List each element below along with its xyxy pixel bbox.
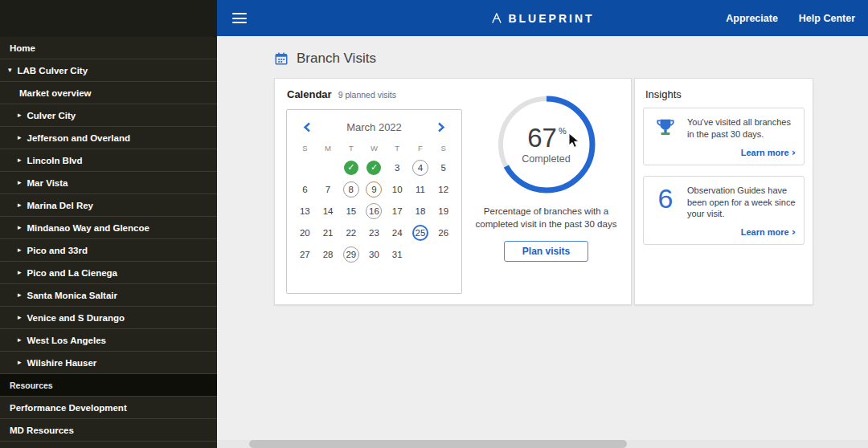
calendar-day-28[interactable]: 28	[317, 243, 340, 265]
chevron-right-icon: ▸	[18, 314, 22, 321]
calendar-day-3[interactable]: 3	[386, 157, 409, 178]
sidebar-header	[0, 0, 217, 37]
learn-more-link[interactable]: Learn more›	[687, 226, 796, 238]
calendar-day-18[interactable]: 18	[409, 200, 432, 222]
insight-item-2: 6Observation Guides have been open for a…	[643, 176, 805, 246]
chevron-right-icon: ▸	[18, 134, 22, 141]
cards-row: Calendar 9 planned visits March 2022	[274, 78, 813, 305]
chevron-right-icon: ▸	[18, 202, 22, 209]
insights-card: Insights You've visited all branches in …	[634, 78, 813, 305]
calendar-day-2[interactable]: ✓	[362, 157, 386, 178]
calendar-day-headers: SMTWTFS	[293, 139, 455, 157]
insight-text: You've visited all branches in the past …	[687, 116, 796, 141]
calendar-day-25[interactable]: 25	[409, 222, 432, 243]
next-month-button[interactable]	[437, 122, 445, 132]
sidebar-item-santa-monica-saltair[interactable]: ▸Santa Monica Saltair	[0, 284, 217, 307]
brand-name: BLUEPRINT	[508, 12, 594, 25]
calendar-day-23[interactable]: 23	[362, 222, 386, 243]
learn-more-link[interactable]: Learn more›	[687, 146, 796, 158]
marked-day-circle: 9	[366, 181, 382, 198]
marked-day-circle: 29	[343, 246, 359, 263]
calendar-day-27[interactable]: 27	[293, 243, 317, 265]
brand-logo[interactable]: BLUEPRINT	[490, 12, 594, 25]
insight-text: Observation Guides have been open for a …	[687, 185, 796, 221]
calendar-day-14[interactable]: 14	[317, 200, 340, 222]
calendar-day-9[interactable]: 9	[362, 178, 386, 200]
chevron-right-icon: ▸	[18, 336, 22, 344]
calendar-day-24[interactable]: 24	[386, 222, 409, 243]
calendar-day-31[interactable]: 31	[386, 243, 409, 265]
sidebar-item-lincoln-blvd[interactable]: ▸Lincoln Blvd	[0, 149, 217, 172]
calendar-day-19[interactable]: 19	[432, 200, 455, 222]
chevron-right-icon: ▸	[18, 246, 22, 254]
trophy-icon	[655, 116, 676, 138]
chevron-right-icon: ›	[792, 146, 796, 158]
planned-visits-count: 9 planned visits	[338, 90, 396, 100]
chevron-right-icon	[437, 122, 445, 132]
calendar-day-20[interactable]: 20	[293, 222, 317, 243]
calendar-card-title: Calendar	[287, 88, 332, 100]
calendar-day-5[interactable]: 5	[432, 157, 455, 178]
sidebar-item-mar-vista[interactable]: ▸Mar Vista	[0, 172, 217, 194]
sidebar-item-resources[interactable]: Resources	[0, 374, 217, 397]
calendar-day-8[interactable]: 8	[339, 178, 362, 200]
calendar-day-4[interactable]: 4	[409, 157, 432, 178]
calendar-day-29[interactable]: 29	[339, 243, 362, 265]
calendar-day-1[interactable]: ✓	[339, 157, 362, 178]
marked-day-circle: 4	[412, 160, 428, 176]
sidebar-item-jefferson-and-overland[interactable]: ▸Jefferson and Overland	[0, 127, 217, 149]
chevron-right-icon: ›	[792, 226, 796, 238]
chevron-left-icon	[303, 122, 311, 132]
insight-item-1: You've visited all branches in the past …	[643, 108, 805, 165]
calendar-day-10[interactable]: 10	[386, 178, 409, 200]
sidebar-item-wilshire-hauser[interactable]: ▸Wilshire Hauser	[0, 352, 217, 374]
calendar-day-empty	[317, 157, 340, 178]
calendar-day-13[interactable]: 13	[293, 200, 317, 222]
sidebar-item-md-resources[interactable]: MD Resources	[0, 419, 217, 442]
sidebar-item-pico-and-la-cienega[interactable]: ▸Pico and La Cienega	[0, 262, 217, 284]
sidebar-item-home[interactable]: Home	[0, 37, 217, 59]
topbar-link-help-center[interactable]: Help Center	[799, 13, 855, 24]
calendar-day-7[interactable]: 7	[317, 178, 340, 200]
calendar-day-26[interactable]: 26	[432, 222, 455, 243]
sidebar-item-lab-culver-city[interactable]: ▾LAB Culver City	[0, 59, 217, 82]
sidebar-item-west-los-angeles[interactable]: ▸West Los Angeles	[0, 329, 217, 352]
calendar-day-empty	[432, 243, 455, 265]
calendar-day-6[interactable]: 6	[293, 178, 317, 200]
completion-label: Completed	[522, 153, 570, 165]
sidebar-item-venice-and-s-durango[interactable]: ▸Venice and S Durango	[0, 307, 217, 329]
sidebar-item-label: West Los Angeles	[27, 336, 106, 345]
calendar-day-30[interactable]: 30	[362, 243, 386, 265]
percent-symbol: %	[559, 126, 567, 136]
horizontal-scrollbar[interactable]	[217, 440, 868, 448]
calendar-card: Calendar 9 planned visits March 2022	[274, 78, 632, 305]
sidebar-item-culver-city[interactable]: ▸Culver City	[0, 104, 217, 127]
blueprint-logo-icon	[490, 12, 502, 24]
calendar-day-17[interactable]: 17	[386, 200, 409, 222]
sidebar-nav-list: Home▾LAB Culver CityMarket overview▸Culv…	[0, 37, 217, 442]
sidebar-item-performance-development[interactable]: Performance Development	[0, 397, 217, 419]
sidebar-item-marina-del-rey[interactable]: ▸Marina Del Rey	[0, 194, 217, 217]
scrollbar-thumb[interactable]	[249, 440, 627, 448]
calendar-day-21[interactable]: 21	[317, 222, 340, 243]
insights-list: You've visited all branches in the past …	[643, 108, 805, 255]
calendar-day-15[interactable]: 15	[339, 200, 362, 222]
calendar-date-grid: ✓✓34567891011121314151617181920212223242…	[293, 157, 455, 265]
sidebar-item-market-overview[interactable]: Market overview	[0, 82, 217, 104]
calendar-day-12[interactable]: 12	[432, 178, 455, 200]
sidebar-item-label: Venice and S Durango	[27, 313, 125, 323]
prev-month-button[interactable]	[303, 122, 311, 132]
page-header: Branch Visits	[274, 51, 376, 67]
top-navigation-bar: BLUEPRINT AppreciateHelp Center	[217, 0, 868, 36]
topbar-link-appreciate[interactable]: Appreciate	[726, 13, 778, 24]
plan-visits-button[interactable]: Plan visits	[504, 241, 588, 262]
calendar-day-empty	[409, 243, 432, 265]
calendar-day-16[interactable]: 16	[362, 200, 386, 222]
sidebar-item-mindanao-way-and-glencoe[interactable]: ▸Mindanao Way and Glencoe	[0, 217, 217, 239]
calendar-day-11[interactable]: 11	[409, 178, 432, 200]
sidebar-item-label: Santa Monica Saltair	[27, 291, 117, 300]
calendar-day-22[interactable]: 22	[339, 222, 362, 243]
menu-icon[interactable]	[232, 13, 247, 23]
day-header: S	[432, 144, 455, 153]
sidebar-item-pico-and-33rd[interactable]: ▸Pico and 33rd	[0, 239, 217, 262]
